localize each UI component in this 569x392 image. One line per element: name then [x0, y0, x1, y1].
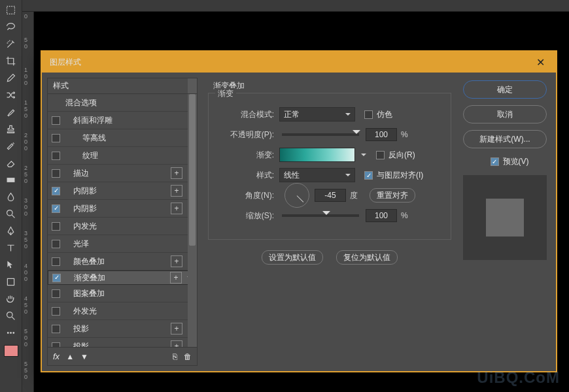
style-checkbox[interactable]: [52, 187, 60, 195]
style-row-14[interactable]: 投影+: [48, 338, 197, 347]
trash-icon[interactable]: 🗑: [184, 352, 192, 361]
dialog-titlebar[interactable]: 图层样式 ✕: [42, 52, 556, 73]
style-label: 描边: [65, 168, 171, 179]
more-tool-icon[interactable]: [3, 324, 20, 341]
style-checkbox[interactable]: [52, 240, 60, 248]
stamp-tool-icon[interactable]: [3, 120, 20, 137]
add-effect-icon[interactable]: +: [171, 323, 182, 335]
gradient-picker[interactable]: [279, 148, 355, 162]
dither-checkbox[interactable]: [364, 110, 373, 119]
style-checkbox[interactable]: [52, 289, 60, 298]
style-checkbox[interactable]: [52, 257, 60, 266]
blend-mode-select[interactable]: 正常: [279, 107, 355, 122]
style-label: 混合选项: [65, 97, 193, 108]
add-effect-icon[interactable]: +: [170, 272, 182, 284]
tools-toolbar: [0, 0, 22, 392]
reverse-checkbox[interactable]: [376, 151, 385, 159]
style-row-11[interactable]: 图案叠加: [48, 285, 197, 302]
style-row-13[interactable]: 投影+: [48, 320, 197, 338]
style-row-10[interactable]: 渐变叠加+: [48, 270, 197, 285]
styles-header[interactable]: 样式: [48, 78, 197, 94]
angle-input[interactable]: -45: [315, 189, 346, 202]
close-icon[interactable]: ✕: [532, 54, 548, 70]
add-effect-icon[interactable]: +: [171, 167, 182, 179]
style-label: 投影: [65, 341, 171, 348]
blur-tool-icon[interactable]: [3, 188, 20, 205]
marquee-tool-icon[interactable]: [3, 1, 20, 18]
style-checkbox[interactable]: [52, 325, 60, 333]
preview-swatch: [486, 199, 524, 237]
healing-tool-icon[interactable]: [3, 137, 20, 154]
angle-dial[interactable]: [284, 183, 309, 208]
new-style-button[interactable]: 新建样式(W)...: [463, 130, 547, 148]
style-checkbox[interactable]: [52, 116, 60, 125]
copy-icon[interactable]: ⎘: [173, 352, 177, 361]
style-row-12[interactable]: 外发光: [48, 302, 197, 320]
magic-wand-tool-icon[interactable]: [3, 35, 20, 52]
brush-tool-icon[interactable]: [3, 103, 20, 120]
cancel-button[interactable]: 取消: [463, 105, 547, 123]
ok-button[interactable]: 确定: [463, 80, 547, 99]
style-row-0[interactable]: 混合选项: [48, 94, 197, 112]
svg-point-6: [10, 332, 12, 333]
style-row-6[interactable]: 内阴影+: [48, 200, 197, 218]
type-tool-icon[interactable]: [3, 239, 20, 256]
align-checkbox[interactable]: [364, 171, 373, 180]
styles-header-label: 样式: [53, 80, 69, 91]
fx-icon[interactable]: fx: [53, 351, 60, 361]
reset-align-button[interactable]: 重置对齐: [370, 188, 415, 203]
scrollbar-thumb[interactable]: [189, 94, 196, 246]
scrollbar[interactable]: [188, 78, 197, 93]
style-checkbox[interactable]: [52, 222, 60, 231]
arrow-up-icon[interactable]: ▲: [66, 352, 74, 361]
preview-box: [463, 175, 547, 260]
style-checkbox[interactable]: [52, 134, 60, 142]
crop-tool-icon[interactable]: [3, 52, 20, 69]
style-checkbox[interactable]: [52, 204, 60, 213]
opacity-slider[interactable]: [282, 133, 359, 136]
add-effect-icon[interactable]: +: [171, 340, 182, 347]
scale-slider[interactable]: [282, 214, 359, 217]
preview-checkbox[interactable]: [491, 157, 499, 166]
opacity-input[interactable]: 100: [366, 128, 397, 141]
style-checkbox[interactable]: [52, 274, 61, 282]
style-label: 图案叠加: [65, 288, 193, 299]
style-row-8[interactable]: 光泽: [48, 235, 197, 253]
eyedropper-tool-icon[interactable]: [3, 69, 20, 86]
style-row-2[interactable]: 等高线: [48, 129, 197, 147]
style-checkbox[interactable]: [52, 169, 60, 178]
style-row-4[interactable]: 描边+: [48, 165, 197, 182]
reset-default-button[interactable]: 复位为默认值: [336, 250, 398, 265]
style-row-7[interactable]: 内发光: [48, 218, 197, 235]
shuffle-tool-icon[interactable]: [3, 86, 20, 103]
gradient-tool-icon[interactable]: [3, 171, 20, 188]
pen-tool-icon[interactable]: [3, 222, 20, 239]
style-label: 内阴影: [65, 186, 171, 197]
style-row-5[interactable]: 内阴影+: [48, 182, 197, 200]
arrow-down-icon[interactable]: ▼: [80, 352, 88, 361]
scale-input[interactable]: 100: [366, 209, 397, 222]
shape-tool-icon[interactable]: [3, 273, 20, 290]
zoom-tool-icon[interactable]: [3, 205, 20, 222]
style-select[interactable]: 线性: [279, 168, 355, 182]
svg-point-4: [7, 312, 12, 318]
add-effect-icon[interactable]: +: [171, 255, 182, 267]
add-effect-icon[interactable]: +: [171, 185, 182, 197]
style-checkbox[interactable]: [52, 152, 60, 160]
zoom2-tool-icon[interactable]: [3, 307, 20, 324]
watermark: UiBQ.CoM: [477, 368, 560, 387]
style-row-3[interactable]: 纹理: [48, 147, 197, 165]
style-checkbox[interactable]: [52, 342, 60, 348]
move-tool-icon[interactable]: [3, 256, 20, 273]
scrollbar[interactable]: [188, 94, 197, 347]
style-row-1[interactable]: 斜面和浮雕: [48, 112, 197, 129]
opacity-label: 不透明度(P):: [218, 129, 274, 140]
foreground-color-swatch[interactable]: [4, 345, 18, 357]
set-default-button[interactable]: 设置为默认值: [262, 250, 323, 265]
style-row-9[interactable]: 颜色叠加+: [48, 253, 197, 270]
style-checkbox[interactable]: [52, 307, 60, 316]
eraser-tool-icon[interactable]: [3, 154, 20, 171]
add-effect-icon[interactable]: +: [171, 203, 182, 214]
hand-tool-icon[interactable]: [3, 290, 20, 307]
lasso-tool-icon[interactable]: [3, 18, 20, 35]
